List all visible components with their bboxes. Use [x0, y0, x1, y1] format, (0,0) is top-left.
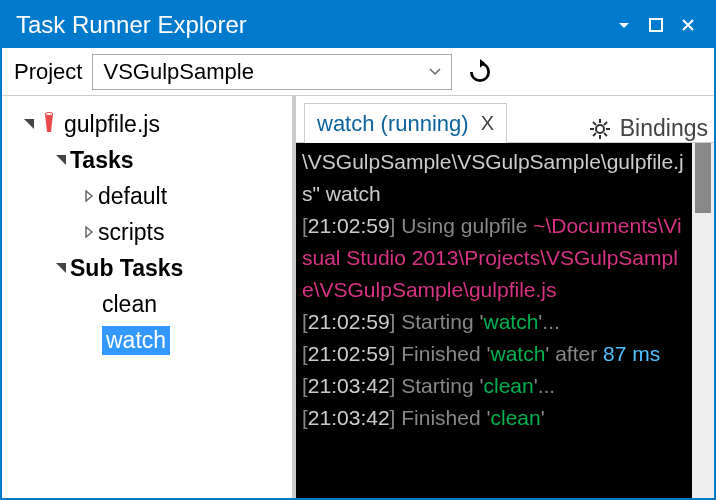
- tasks-label: Tasks: [70, 147, 134, 174]
- task-tree: gulpfile.js Tasks default scripts Sub Ta…: [2, 96, 296, 498]
- tab-close-button[interactable]: X: [481, 112, 494, 135]
- tree-subtask-watch[interactable]: watch: [2, 322, 292, 358]
- scrollbar-thumb[interactable]: [695, 143, 711, 213]
- tree-subtask-clean[interactable]: clean: [2, 286, 292, 322]
- dropdown-button[interactable]: [608, 9, 640, 41]
- tab-bindings[interactable]: Bindings: [588, 115, 714, 142]
- refresh-button[interactable]: [462, 54, 498, 90]
- svg-line-9: [593, 133, 596, 136]
- collapse-icon: [80, 187, 98, 205]
- project-toolbar: Project VSGulpSample: [2, 48, 714, 96]
- expand-icon: [20, 115, 38, 133]
- expand-icon: [52, 259, 70, 277]
- svg-rect-0: [650, 19, 662, 31]
- console-output: \VSGulpSample\VSGulpSample\gulpfile.js" …: [296, 143, 692, 498]
- task-label: default: [98, 183, 167, 210]
- bindings-label: Bindings: [620, 115, 708, 142]
- project-selected-value: VSGulpSample: [103, 59, 253, 85]
- title-bar: Task Runner Explorer: [2, 2, 714, 48]
- refresh-icon: [467, 59, 493, 85]
- gear-icon: [588, 117, 612, 141]
- project-label: Project: [14, 59, 82, 85]
- gulp-icon: [40, 112, 58, 136]
- tree-tasks-node[interactable]: Tasks: [2, 142, 292, 178]
- project-select[interactable]: VSGulpSample: [92, 54, 452, 90]
- tree-task-default[interactable]: default: [2, 178, 292, 214]
- close-button[interactable]: [672, 9, 704, 41]
- tree-task-scripts[interactable]: scripts: [2, 214, 292, 250]
- subtasks-label: Sub Tasks: [70, 255, 183, 282]
- collapse-icon: [80, 223, 98, 241]
- task-label: scripts: [98, 219, 164, 246]
- tab-watch-running[interactable]: watch (running) X: [304, 103, 507, 143]
- subtask-label: clean: [102, 291, 157, 318]
- scrollbar[interactable]: [692, 143, 714, 498]
- expand-icon: [52, 151, 70, 169]
- tree-root-gulpfile[interactable]: gulpfile.js: [2, 106, 292, 142]
- svg-point-1: [45, 113, 53, 116]
- tab-strip: watch (running) X Bindings: [296, 96, 714, 142]
- tree-root-label: gulpfile.js: [64, 111, 160, 138]
- svg-line-7: [593, 122, 596, 125]
- subtask-label: watch: [102, 326, 170, 355]
- svg-point-2: [596, 125, 604, 133]
- chevron-down-icon: [429, 66, 441, 78]
- svg-line-8: [604, 133, 607, 136]
- maximize-button[interactable]: [640, 9, 672, 41]
- tree-subtasks-node[interactable]: Sub Tasks: [2, 250, 292, 286]
- tab-label: watch (running): [317, 111, 469, 137]
- svg-line-10: [604, 122, 607, 125]
- title-text: Task Runner Explorer: [16, 11, 247, 39]
